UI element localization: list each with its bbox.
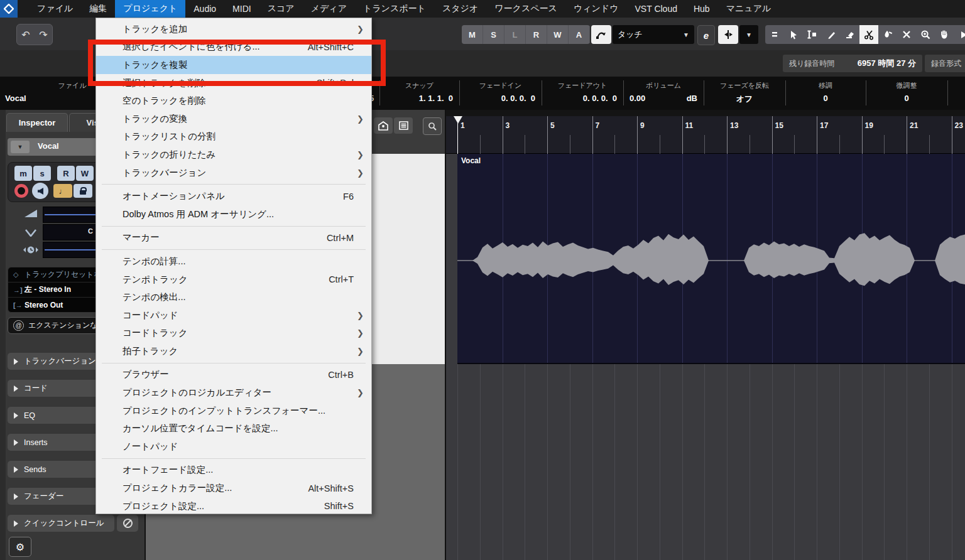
info-column-value[interactable]: オフ [704,94,785,105]
info-column[interactable]: スナップ1. 1. 1. 0 [379,77,459,110]
hand-tool-icon[interactable] [935,25,954,44]
menu-item[interactable]: ブラウザーCtrl+B [96,366,371,384]
menubar-item[interactable]: ワークスペース [486,0,565,18]
menubar-item[interactable]: 編集 [81,0,115,18]
info-column[interactable]: 微調整0 [866,77,947,110]
automation-curve-icon[interactable] [591,25,611,44]
scissors-icon[interactable] [859,25,878,44]
menu-item[interactable]: コードパッド❯ [96,306,371,325]
quick-control-bypass-button[interactable] [117,515,138,532]
menubar-item[interactable]: ファイル [29,0,81,18]
automation-letter-button[interactable]: L [504,25,526,44]
eraser-icon[interactable] [841,25,859,44]
chevron-down-icon[interactable]: ▼ [11,141,30,153]
edit-channel-button[interactable]: e [697,25,715,45]
automation-letter-button[interactable]: A [569,25,590,44]
glue-icon[interactable] [878,25,897,44]
select-arrow-icon[interactable] [784,25,803,44]
menu-item[interactable]: ノートパッド [96,438,371,456]
zoom-tool-icon[interactable] [916,25,935,44]
menu-item[interactable]: コードトラック❯ [96,325,371,343]
menu-item[interactable]: Dolby Atmos 用 ADM オーサリング... [96,205,371,223]
mute-button[interactable]: m [14,166,32,181]
menu-item[interactable]: 選択したイベントに色を付ける...Alt+Shift+C [96,38,371,57]
track-list-icon[interactable] [394,117,413,134]
info-column[interactable]: フェーズを反転オフ [704,77,785,110]
musical-mode-button[interactable]: ♩ [53,184,72,198]
menu-item[interactable]: テンポの計算... [96,252,371,271]
menubar-item[interactable]: スタジオ [434,0,486,18]
automation-letter-button[interactable]: M [462,25,483,44]
menubar-item[interactable]: ウィンドウ [565,0,627,18]
info-column-value[interactable]: 0. 0. 0. 0 [501,94,535,103]
solo-button[interactable]: s [33,166,51,181]
menubar-item[interactable]: MIDI [224,0,259,18]
menu-item[interactable]: 空のトラックを削除 [96,92,371,110]
info-column[interactable]: フェードアウト0. 0. 0. 0 [542,77,623,110]
menubar-item[interactable]: VST Cloud [627,0,685,18]
menu-item[interactable]: トラックの変換❯ [96,110,371,128]
info-column-value[interactable]: 0. 0. 0. 0 [583,94,617,103]
menubar-item[interactable]: マニュアル [718,0,780,18]
menu-item[interactable]: トラックを追加❯ [96,20,371,38]
info-column[interactable]: 移調0 [785,77,866,110]
record-format-button[interactable]: 録音形式 [925,55,965,72]
menu-item[interactable]: 拍子トラック❯ [96,342,371,360]
menubar-item[interactable]: メディア [303,0,355,18]
menu-item[interactable]: トラックバージョン❯ [96,164,371,182]
info-column-value[interactable]: Vocal [5,94,26,103]
menubar-item[interactable]: プロジェクト [115,0,185,18]
write-automation-button[interactable]: W [76,166,94,181]
inspector-settings-button[interactable]: ⚙ [9,537,31,557]
menu-item[interactable]: テンポトラックCtrl+T [96,271,371,289]
menu-item[interactable]: 選択トラックを削除Shift+Del [96,74,371,92]
info-column-value[interactable]: 0 [866,94,947,103]
empty-grid-area[interactable] [446,364,965,560]
play-tool-icon[interactable] [954,25,965,44]
menu-item[interactable]: オートフェード設定... [96,461,371,480]
monitor-button[interactable] [32,183,48,199]
info-column-value[interactable]: 1. 1. 1. 0 [419,94,453,103]
menu-item[interactable]: トラックリストの分割 [96,128,371,146]
playhead-icon[interactable] [454,116,462,124]
auto-scroll-icon[interactable] [718,25,738,44]
menu-item[interactable]: プロジェクトのロジカルエディター❯ [96,384,371,402]
search-icon[interactable] [423,117,442,135]
auto-scroll-dropdown[interactable]: ▼ [739,25,758,44]
read-automation-button[interactable]: R [57,166,75,181]
menu-item[interactable]: トラックを複製 [96,56,371,74]
menubar-item[interactable]: Audio [185,0,224,18]
info-column-value[interactable]: 0 [785,94,866,103]
range-select-icon[interactable] [803,25,822,44]
menu-item[interactable]: プロジェクトのインプットトランスフォーマー... [96,402,371,420]
redo-icon[interactable]: ↷ [39,29,47,41]
grid-lines-icon[interactable] [765,25,784,44]
ruler[interactable]: 1357911131517192123 [446,116,965,154]
pencil-icon[interactable] [822,25,841,44]
lock-button[interactable] [74,184,92,198]
menu-item[interactable]: テンポの検出... [96,288,371,306]
info-column-value[interactable]: 0.00 [630,94,645,103]
menu-item[interactable]: トラックの折りたたみ❯ [96,146,371,164]
automation-letter-button[interactable]: R [526,25,547,44]
menu-item[interactable]: プロジェクトカラー設定...Alt+Shift+S [96,479,371,497]
info-column[interactable]: ボリューム0.00dB [623,77,704,110]
export-range-icon[interactable] [374,117,393,134]
info-column[interactable]: フェードイン0. 0. 0. 0 [459,77,542,110]
audio-event[interactable]: Vocal [457,154,965,364]
menubar-item[interactable]: Hub [685,0,718,18]
menu-item[interactable]: プロジェクト設定...Shift+S [96,497,371,515]
menubar-item[interactable]: トランスポート [355,0,434,18]
mute-x-icon[interactable] [897,25,916,44]
menu-item[interactable]: オートメーションパネルF6 [96,187,371,205]
menu-item[interactable]: カーソル位置でタイムコードを設定... [96,419,371,438]
automation-letter-button[interactable]: S [483,25,504,44]
record-enable-button[interactable] [13,183,30,199]
inspector-section-7[interactable]: クイックコントロール [8,515,114,532]
automation-mode-select[interactable]: タッチ ▼ [613,25,694,44]
menubar-item[interactable]: スコア [259,0,303,18]
undo-icon[interactable]: ↶ [21,29,30,41]
tab-inspector[interactable]: Inspector [6,113,68,132]
menu-item[interactable]: マーカーCtrl+M [96,229,371,247]
automation-letter-button[interactable]: W [547,25,569,44]
